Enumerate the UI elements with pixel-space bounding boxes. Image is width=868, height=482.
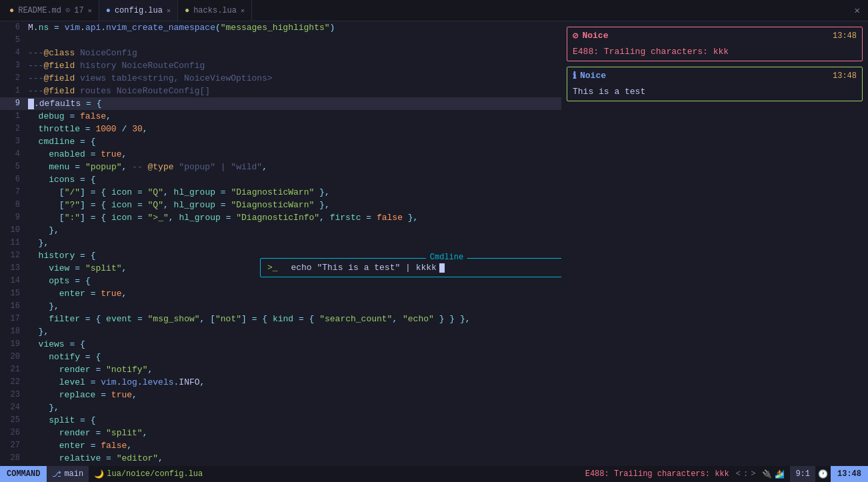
info-notif-title-text: Noice xyxy=(580,71,606,81)
tab-readme-count: 17 xyxy=(74,6,83,15)
error-notif-header: ⊘ Noice 13:48 xyxy=(567,27,862,44)
status-separator: : xyxy=(742,469,749,479)
code-line-4: 4 ---@class NoiceConfig xyxy=(0,47,561,59)
tab-readme-label: README.md xyxy=(18,6,61,15)
code-line-l1: 1 debug = false, xyxy=(0,110,561,123)
config-icon: ● xyxy=(106,6,111,15)
code-line-l27: 27 enter = false, xyxy=(0,439,561,452)
cmdline-input-area[interactable]: >_ echo "This is a test" | kkkk xyxy=(261,259,561,277)
plug-icon: 🔌 xyxy=(762,469,772,479)
status-error-text: E488: Trailing characters: kkk xyxy=(580,469,735,479)
status-chevron-right: > xyxy=(749,469,757,479)
wave-icon: 🏄 xyxy=(775,469,785,479)
editor-area[interactable]: 6 M.ns = vim.api.nvim_create_namespace("… xyxy=(0,21,561,466)
code-line-l5: 5 menu = "popup", -- @type "popup" | "wi… xyxy=(0,161,561,173)
tab-config-close[interactable]: ✕ xyxy=(167,7,171,15)
code-line-l6: 6 icons = { xyxy=(0,173,561,186)
code-line-l3: 3 cmdline = { xyxy=(0,135,561,148)
error-notif-title: ⊘ Noice xyxy=(573,30,608,41)
error-icon: ⊘ xyxy=(573,30,578,41)
error-notif-body: E488: Trailing characters: kkk xyxy=(567,44,862,61)
code-line-l4: 4 enabled = true, xyxy=(0,148,561,161)
status-mode: COMMAND xyxy=(0,466,47,482)
code-line-l23: 23 replace = true, xyxy=(0,389,561,401)
code-line-l15: 15 enter = true, xyxy=(0,287,561,300)
code-line-5: 5 xyxy=(0,34,561,47)
code-line-1: 1 ---@field routes NoiceRouteConfig[] xyxy=(0,85,561,97)
code-line-3: 3 ---@field history NoiceRouteConfig xyxy=(0,59,561,72)
status-clock-icon: 🕐 xyxy=(815,469,831,479)
info-notif-header: ℹ Noice 13:48 xyxy=(567,67,862,84)
status-position: 9:1 xyxy=(790,466,815,482)
code-line-l8: 8 ["?"] = { icon = "Q", hl_group = "Diag… xyxy=(0,199,561,211)
code-line-l25: 25 split = { xyxy=(0,414,561,427)
tab-readme-close[interactable]: ✕ xyxy=(88,7,92,15)
code-container: 6 M.ns = vim.api.nvim_create_namespace("… xyxy=(0,21,561,465)
readme-icon: ● xyxy=(9,6,14,15)
info-notif-body: This is a test xyxy=(567,84,862,101)
notification-panels: ⊘ Noice 13:48 E488: Trailing characters:… xyxy=(561,21,868,466)
code-line-l11: 11 }, xyxy=(0,237,561,249)
code-line-l17: 17 filter = { event = "msg_show", ["not"… xyxy=(0,313,561,325)
code-line-l21: 21 render = "notify", xyxy=(0,363,561,376)
code-line-l10: 10 }, xyxy=(0,224,561,237)
mode-label: COMMAND xyxy=(7,469,40,479)
code-line-l2: 2 throttle = 1000 / 30, xyxy=(0,123,561,135)
info-notif-message: This is a test xyxy=(573,87,645,97)
error-notif-title-text: Noice xyxy=(582,31,608,41)
status-time: 13:48 xyxy=(831,466,868,482)
cmdline-cursor xyxy=(439,263,445,273)
status-icons: 🔌 🏄 xyxy=(757,469,790,479)
time-text: 13:48 xyxy=(837,469,861,479)
code-line-l7: 7 ["/"] = { icon = "Q", hl_group = "Diag… xyxy=(0,186,561,199)
cmdline-popup: Cmdline >_ echo "This is a test" | kkkk xyxy=(260,258,561,277)
code-line-l28: 28 relative = "editor", xyxy=(0,452,561,465)
code-line-l9: 9 [":"] = { icon = ">_", hl_group = "Dia… xyxy=(0,211,561,224)
tab-readme-modified: ⊙ xyxy=(65,5,70,15)
code-line-l19: 19 views = { xyxy=(0,338,561,351)
tab-config[interactable]: ● config.lua ✕ xyxy=(99,0,178,21)
file-path: lua/noice/config.lua xyxy=(107,469,203,479)
code-line-l22: 22 level = vim.log.levels.INFO, xyxy=(0,376,561,389)
info-icon: ℹ xyxy=(573,70,576,81)
branch-icon: ⎇ xyxy=(52,469,61,479)
cmdline-label: Cmdline xyxy=(426,253,467,262)
info-notif-time: 13:48 xyxy=(833,71,857,81)
error-notif-time: 13:48 xyxy=(833,31,857,41)
hacks-icon: ● xyxy=(185,6,189,15)
code-line-2: 2 ---@field views table<string, NoiceVie… xyxy=(0,72,561,85)
status-chevron-left: < xyxy=(735,469,742,479)
main-area: 6 M.ns = vim.api.nvim_create_namespace("… xyxy=(0,21,868,466)
info-notif-title: ℹ Noice xyxy=(573,70,606,81)
tab-bar: ● README.md ⊙ 17 ✕ ● config.lua ✕ ● hack… xyxy=(0,0,868,21)
cmdline-text: echo "This is a test" | kkkk xyxy=(291,263,436,273)
tab-config-label: config.lua xyxy=(115,6,163,15)
tab-hacks-label: hacks.lua xyxy=(193,6,237,15)
code-line-l18: 18 }, xyxy=(0,325,561,338)
code-line-l20: 20 notify = { xyxy=(0,351,561,363)
code-line-9-current: 9 .defaults = { xyxy=(0,97,561,110)
close-editor-button[interactable]: ✕ xyxy=(849,5,865,16)
status-file: 🌙 lua/noice/config.lua xyxy=(89,469,208,479)
code-line-l24: 24 }, xyxy=(0,401,561,414)
status-branch: ⎇ main xyxy=(47,466,89,482)
code-line-l26: 26 render = "split", xyxy=(0,427,561,439)
code-line-l16: 16 }, xyxy=(0,300,561,313)
tab-hacks[interactable]: ● hacks.lua ✕ xyxy=(178,0,252,21)
error-notification: ⊘ Noice 13:48 E488: Trailing characters:… xyxy=(567,27,863,61)
code-line-6: 6 M.ns = vim.api.nvim_create_namespace("… xyxy=(0,21,561,34)
cmdline-prompt: >_ xyxy=(267,263,278,273)
tab-hacks-close[interactable]: ✕ xyxy=(241,7,245,15)
status-right: E488: Trailing characters: kkk < : > 🔌 🏄… xyxy=(580,466,868,482)
info-notification: ℹ Noice 13:48 This is a test xyxy=(567,67,863,101)
position-text: 9:1 xyxy=(795,469,810,479)
cmdline-space xyxy=(283,263,289,273)
error-notif-message: E488: Trailing characters: kkk xyxy=(573,47,729,57)
file-icon: 🌙 xyxy=(94,469,104,479)
tab-readme[interactable]: ● README.md ⊙ 17 ✕ xyxy=(3,0,99,21)
status-bar: COMMAND ⎇ main 🌙 lua/noice/config.lua E4… xyxy=(0,466,868,482)
branch-name: main xyxy=(64,469,83,479)
